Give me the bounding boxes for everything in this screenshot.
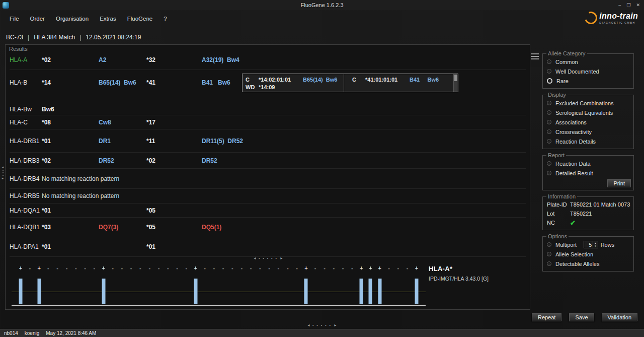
validation-button[interactable]: Validation bbox=[602, 313, 638, 321]
result-row-hla-dpa1[interactable]: HLA-DPA1*01*01 bbox=[10, 237, 526, 257]
reaction-sign: - bbox=[112, 265, 114, 271]
result-row-hla-dqa1[interactable]: HLA-DQA1*01*05 bbox=[10, 204, 526, 218]
menu-help[interactable]: ? bbox=[159, 15, 171, 23]
menu-file[interactable]: File bbox=[5, 15, 24, 23]
reaction-sign: - bbox=[139, 265, 141, 271]
reaction-sign: - bbox=[75, 265, 77, 271]
info-plate-id: Plate-IDT850221 01 Match 0073 bbox=[545, 200, 631, 209]
allele-detail-popup[interactable]: C*14:02:01:01B65(14) Bw6WD*14:09 C*41:01… bbox=[242, 74, 458, 92]
reaction-sign: - bbox=[296, 265, 298, 271]
option-allele-selection[interactable]: Allele Selection bbox=[545, 249, 631, 259]
option-serological-equivalents[interactable]: Serological Equivalents bbox=[545, 108, 631, 117]
repeat-button[interactable]: Repeat bbox=[532, 313, 561, 321]
titlebar: FluoGene 1.6.2.3 – ❐ ✕ bbox=[0, 0, 644, 10]
reaction-bar[interactable] bbox=[360, 279, 363, 304]
reaction-sign: - bbox=[47, 265, 49, 271]
reaction-bar[interactable] bbox=[369, 279, 372, 304]
pager-left-icon[interactable]: ◄ bbox=[307, 323, 310, 327]
reaction-bar[interactable] bbox=[378, 279, 381, 304]
reaction-bar[interactable] bbox=[19, 279, 23, 304]
option-label: Allele Selection bbox=[555, 251, 593, 257]
sample-id: BC-73 bbox=[6, 34, 23, 41]
save-button[interactable]: Save bbox=[569, 313, 594, 321]
option-crossreactivity[interactable]: Crossreactivity bbox=[545, 127, 631, 137]
option-excluded-combinations[interactable]: Excluded Combinations bbox=[545, 98, 631, 108]
reaction-sign: - bbox=[231, 265, 233, 271]
reaction-bar[interactable] bbox=[37, 279, 41, 304]
pager-horizontal: ◄ • • • • • ► bbox=[253, 256, 283, 260]
reaction-sign: - bbox=[213, 265, 215, 271]
reaction-bar[interactable] bbox=[304, 279, 308, 304]
pager-left-icon[interactable]: ◄ bbox=[253, 256, 257, 260]
reaction-sign: - bbox=[148, 265, 150, 271]
result-row-hla-a[interactable]: HLA-A*02A2*32A32(19) Bw4 bbox=[10, 50, 526, 70]
popup-serology: B65(14) Bw6 bbox=[303, 77, 337, 83]
option-reaction-data[interactable]: Reaction Data bbox=[545, 159, 631, 168]
pager-right-icon[interactable]: ► bbox=[334, 323, 337, 327]
reaction-sign: - bbox=[94, 265, 96, 271]
allele-1: *01 bbox=[42, 207, 51, 214]
result-row-hla-drb1[interactable]: HLA-DRB1*01DR1*11DR11(5) DR52 bbox=[10, 129, 526, 153]
menu-order[interactable]: Order bbox=[26, 15, 49, 23]
menu-fluogene[interactable]: FluoGene bbox=[123, 15, 157, 23]
reaction-sign: - bbox=[176, 265, 178, 271]
result-row-hla-dqb1[interactable]: HLA-DQB1*03DQ7(3)*05DQ5(1) bbox=[10, 218, 526, 237]
serology-1: A2 bbox=[99, 56, 106, 63]
spinner-arrows-icon[interactable]: ▲▼ bbox=[593, 241, 597, 248]
popup-scrollbar[interactable] bbox=[453, 74, 458, 92]
reaction-sign: + bbox=[360, 265, 363, 271]
option-detailed-result[interactable]: Detailed Result bbox=[545, 168, 631, 178]
allele-1: *02 bbox=[42, 157, 51, 164]
close-icon[interactable]: ✕ bbox=[636, 3, 640, 8]
menu-extras[interactable]: Extras bbox=[95, 15, 121, 23]
report-group: Report Reaction DataDetailed Result Prin… bbox=[542, 152, 634, 190]
popup-serology: B41 Bw6 bbox=[410, 77, 439, 83]
splitter-right-icon[interactable]: ► bbox=[2, 177, 5, 180]
result-row-hla-drb4[interactable]: HLA-DRB4No matching reaction pattern bbox=[10, 169, 526, 189]
rows-spinner[interactable]: 5 ▲▼ bbox=[584, 241, 598, 248]
information-fields: Plate-IDT850221 01 Match 0073LotT850221N… bbox=[545, 200, 631, 227]
panel-splitter[interactable]: ◄ ► bbox=[1, 166, 5, 180]
allele-1: *01 bbox=[42, 243, 51, 250]
result-row-hla-bw[interactable]: HLA-BwBw6 bbox=[10, 103, 526, 115]
allele-category-options: CommonWell DocumentedRare bbox=[545, 57, 631, 86]
header-separator: | bbox=[28, 34, 29, 41]
option-common[interactable]: Common bbox=[545, 57, 631, 66]
option-well-documented[interactable]: Well Documented bbox=[545, 66, 631, 76]
minimize-icon[interactable]: – bbox=[618, 3, 621, 8]
result-row-hla-drb3[interactable]: HLA-DRB3*02DR52*02DR52 bbox=[10, 153, 526, 169]
serology-2: DQ5(1) bbox=[202, 224, 221, 231]
reaction-bar[interactable] bbox=[194, 279, 197, 304]
reaction-sign: - bbox=[388, 265, 390, 271]
option-label: Crossreactivity bbox=[555, 129, 592, 135]
reaction-bar[interactable] bbox=[415, 279, 419, 304]
info-key: NC bbox=[547, 220, 570, 226]
rows-suffix-label: Rows bbox=[601, 242, 615, 248]
result-row-hla-drb5[interactable]: HLA-DRB5No matching reaction pattern bbox=[10, 189, 526, 204]
pager-right-icon[interactable]: ► bbox=[280, 256, 283, 260]
action-buttons: Repeat Save Validation bbox=[532, 313, 637, 321]
popup-scroll-thumb[interactable] bbox=[454, 75, 457, 81]
allele-2: *41 bbox=[146, 79, 155, 86]
option-detectable-alleles[interactable]: Detectable Alleles bbox=[545, 259, 631, 268]
reaction-bar[interactable] bbox=[102, 279, 105, 304]
menu-organisation[interactable]: Organisation bbox=[51, 15, 93, 23]
splitter-left-icon[interactable]: ◄ bbox=[2, 166, 5, 169]
popup-allele: *41:01:01:01 bbox=[365, 77, 410, 83]
info-value: T850221 01 Match 0073 bbox=[570, 201, 630, 208]
option-reaction-details[interactable]: Reaction Details bbox=[545, 137, 631, 146]
option-label: Multiport bbox=[555, 242, 577, 248]
radio-icon bbox=[547, 101, 551, 105]
pager-dots: • • • • • bbox=[312, 323, 332, 327]
popup-allele: *14:02:01:01 bbox=[259, 77, 303, 83]
reaction-sign: + bbox=[19, 265, 22, 271]
reaction-sign: - bbox=[66, 265, 68, 271]
option-associations[interactable]: Associations bbox=[545, 117, 631, 127]
sidebar-menu-icon[interactable] bbox=[531, 53, 539, 59]
info-key: Plate-ID bbox=[547, 201, 570, 208]
result-row-hla-c[interactable]: HLA-C*08Cw8*17 bbox=[10, 115, 526, 129]
option-multiport[interactable]: Multiport 5 ▲▼ Rows bbox=[545, 240, 631, 249]
print-button[interactable]: Print bbox=[607, 179, 631, 187]
restore-icon[interactable]: ❐ bbox=[626, 3, 630, 8]
option-rare[interactable]: Rare bbox=[545, 76, 631, 86]
